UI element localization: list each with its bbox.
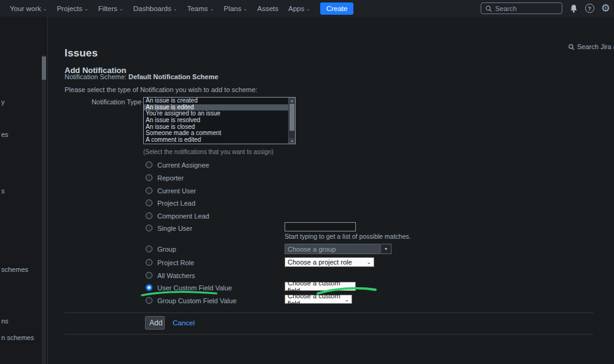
nav-your-work[interactable]: Your work ⌄ — [5, 0, 52, 17]
recipient-row-project-role: Project Role — [146, 258, 194, 266]
sidebar-scrollbar[interactable] — [42, 55, 46, 364]
radio-group-custom-field[interactable] — [146, 297, 152, 304]
group-combobox[interactable]: Choose a group — [285, 244, 380, 254]
recipient-label: Group — [157, 246, 176, 253]
radio-all-watchers[interactable] — [146, 272, 152, 279]
nav-apps[interactable]: Apps ⌄ — [283, 0, 315, 17]
dropdown-arrow-icon: ▼ — [384, 247, 388, 251]
search-icon — [485, 5, 492, 12]
divider — [65, 334, 593, 335]
group-custom-field-select-value: Choose a custom field — [288, 292, 340, 307]
project-role-select-value: Choose a project role — [288, 258, 352, 266]
recipient-label: User Custom Field Value — [157, 284, 232, 292]
divider — [65, 312, 593, 313]
help-icon[interactable]: ? — [585, 4, 594, 13]
single-user-input[interactable] — [285, 222, 356, 231]
nav-label: Apps — [288, 5, 304, 12]
chevron-down-icon: ⌄ — [210, 6, 214, 12]
recipient-row-current-user: Current User — [146, 187, 196, 195]
radio-component-lead[interactable] — [146, 212, 152, 219]
chevron-down-icon: ⌄ — [173, 6, 178, 12]
admin-search-label: Search Jira adm — [577, 43, 614, 50]
group-combobox-dropdown-button[interactable]: ▼ — [380, 244, 392, 254]
chevron-down-icon: ⌄ — [366, 259, 371, 265]
recipient-label: Project Lead — [157, 199, 195, 207]
recipient-row-user-custom-field: User Custom Field Value — [146, 284, 232, 292]
recipient-label: Project Role — [157, 259, 194, 266]
jira-admin-window: Your work ⌄ Projects ⌄ Filters ⌄ Dashboa… — [0, 0, 614, 364]
chevron-down-icon: ⌄ — [84, 6, 89, 12]
nav-plans[interactable]: Plans ⌄ — [219, 0, 252, 17]
intro-text: Please select the type of Notification y… — [65, 86, 258, 93]
admin-search-link[interactable]: Search Jira adm — [568, 43, 614, 50]
nav-label: Your work — [10, 5, 41, 12]
project-role-select[interactable]: Choose a project role ⌄ — [285, 257, 374, 267]
nav-label: Filters — [98, 5, 117, 12]
sidebar-item-fragment[interactable]: n schemes — [1, 334, 34, 341]
recipient-label: Current User — [157, 187, 196, 195]
recipient-label: Single User — [157, 225, 192, 232]
recipient-row-project-lead: Project Lead — [146, 199, 195, 207]
sidebar-item-fragment[interactable]: ns — [1, 317, 9, 325]
nav-projects[interactable]: Projects ⌄ — [52, 0, 93, 17]
recipient-row-group-custom-field: Group Custom Field Value — [146, 296, 237, 304]
group-custom-field-select[interactable]: Choose a custom field ⌄ — [285, 295, 352, 304]
notification-type-listbox[interactable]: An issue is created An issue is edited Y… — [143, 97, 296, 144]
chevron-down-icon: ⌄ — [348, 284, 353, 290]
nav-label: Teams — [187, 5, 208, 12]
group-combobox-value: Choose a group — [288, 246, 336, 253]
sidebar-item-fragment[interactable]: es — [1, 131, 9, 138]
listbox-scrollbar[interactable]: ▲ ▼ — [288, 98, 295, 144]
notifications-bell-icon[interactable] — [569, 4, 578, 14]
sidebar-item-fragment[interactable]: s — [1, 187, 5, 195]
global-search-input[interactable]: Search — [481, 2, 562, 14]
scheme-line: Notification Scheme: Default Notificatio… — [65, 73, 218, 80]
sidebar-item-fragment[interactable]: y — [1, 98, 5, 106]
single-user-hint: Start typing to get a list of possible m… — [285, 233, 411, 240]
recipient-row-single-user: Single User — [146, 224, 192, 232]
search-placeholder: Search — [495, 5, 517, 12]
nav-dashboards[interactable]: Dashboards ⌄ — [128, 0, 183, 17]
cancel-link[interactable]: Cancel — [173, 319, 195, 327]
notification-type-option[interactable]: A comment is edited — [144, 137, 288, 144]
radio-project-lead[interactable] — [146, 199, 152, 206]
settings-gear-icon[interactable]: ⚙ — [601, 3, 610, 14]
recipient-row-current-assignee: Current Assignee — [146, 161, 209, 169]
scheme-label: Notification Scheme: — [65, 73, 127, 80]
recipient-label: Current Assignee — [157, 161, 209, 169]
chevron-down-icon: ⌄ — [119, 6, 124, 12]
radio-user-custom-field-checked[interactable] — [146, 284, 152, 291]
chevron-down-icon: ⌄ — [243, 6, 248, 12]
nav-assets[interactable]: Assets — [252, 0, 283, 17]
sidebar-item-fragment[interactable]: schemes — [1, 266, 28, 273]
annotation-green-underline-label — [142, 292, 216, 295]
create-button[interactable]: Create — [320, 2, 354, 15]
add-button[interactable]: Add — [145, 316, 165, 330]
recipient-label: Component Lead — [157, 212, 209, 220]
recipient-row-component-lead: Component Lead — [146, 212, 209, 220]
nav-teams[interactable]: Teams ⌄ — [182, 0, 219, 17]
page-title: Issues — [65, 47, 98, 60]
radio-current-user[interactable] — [146, 187, 152, 194]
recipient-label: All Watchers — [157, 272, 195, 279]
nav-label: Assets — [257, 5, 278, 12]
listbox-scrollbar-thumb[interactable] — [289, 104, 294, 131]
nav-filters[interactable]: Filters ⌄ — [93, 0, 128, 17]
radio-reporter[interactable] — [146, 174, 152, 181]
radio-group[interactable] — [146, 246, 152, 252]
notification-type-label: Notification Type — [58, 98, 141, 106]
user-custom-field-select[interactable]: Choose a custom field ⌄ — [285, 282, 356, 291]
radio-project-role[interactable] — [146, 259, 152, 266]
recipient-label: Group Custom Field Value — [157, 297, 237, 304]
radio-single-user[interactable] — [146, 225, 152, 231]
scheme-name: Default Notification Scheme — [128, 73, 218, 80]
sidebar-scrollbar-thumb[interactable] — [42, 56, 46, 80]
scroll-down-icon[interactable]: ▼ — [289, 138, 295, 144]
recipient-label: Reporter — [157, 174, 184, 182]
notification-type-hint: (Select the notifications that you want … — [143, 149, 274, 155]
radio-current-assignee[interactable] — [146, 161, 152, 168]
admin-sidebar: y es s schemes ns n schemes — [0, 17, 48, 364]
nav-label: Dashboards — [133, 5, 171, 12]
scroll-up-icon[interactable]: ▲ — [289, 98, 295, 103]
nav-right-cluster: Search ? ⚙ — [481, 2, 614, 14]
